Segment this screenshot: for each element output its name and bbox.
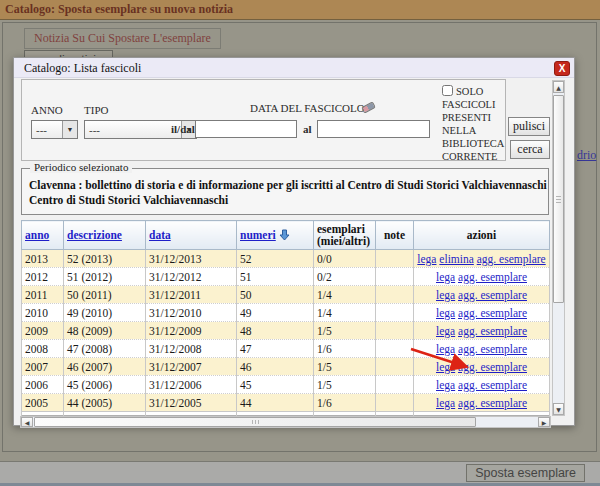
numeri-cell: 51 bbox=[237, 268, 314, 286]
fascicoli-table-header-row: annodescrizionedatanumeriesemplari (miei… bbox=[22, 221, 550, 250]
column-header-esemplari-miei-altri-: esemplari (miei/altri) bbox=[314, 221, 376, 250]
note-cell bbox=[376, 394, 414, 412]
esemplari-cell: 1/5 bbox=[314, 358, 376, 376]
numeri-cell: 45 bbox=[237, 376, 314, 394]
descrizione-cell: 49 (2010) bbox=[64, 304, 146, 322]
anno-select[interactable]: --- ▼ bbox=[31, 120, 78, 139]
scroll-down-icon[interactable]: ▼ bbox=[553, 403, 564, 415]
agg-esemplare-link[interactable]: agg. esemplare bbox=[458, 343, 527, 355]
azioni-cell: lega agg. esemplare bbox=[414, 322, 550, 340]
horizontal-scrollbar[interactable]: ◀ ▶ bbox=[20, 416, 551, 428]
sort-link-numeri[interactable]: numeri bbox=[240, 229, 276, 241]
esemplari-cell: 1/5 bbox=[314, 376, 376, 394]
solo-fascicoli-checkbox[interactable] bbox=[442, 85, 453, 96]
lista-fascicoli-dialog: Catalogo: Lista fascicoli X ANNO --- ▼ T… bbox=[13, 57, 575, 426]
numeri-cell: 50 bbox=[237, 286, 314, 304]
pulisci-button[interactable]: pulisci bbox=[508, 117, 550, 136]
dal-date-input[interactable] bbox=[195, 120, 297, 138]
data-cell: 31/12/2009 bbox=[146, 322, 237, 340]
column-header-label: azioni bbox=[467, 229, 496, 241]
numeri-cell: 46 bbox=[237, 358, 314, 376]
fascicoli-table: annodescrizionedatanumeriesemplari (miei… bbox=[21, 220, 550, 416]
esemplari-cell: 1/6 bbox=[314, 340, 376, 358]
data-cell: 31/12/2007 bbox=[146, 358, 237, 376]
sort-link-descrizione[interactable]: descrizione bbox=[67, 229, 122, 241]
sort-link-anno[interactable]: anno bbox=[25, 229, 49, 241]
agg-esemplare-link[interactable]: agg. esemplare bbox=[458, 379, 527, 391]
column-header-descrizione: descrizione bbox=[64, 221, 146, 250]
numeri-cell: 44 bbox=[237, 394, 314, 412]
descrizione-cell: 48 (2009) bbox=[64, 322, 146, 340]
lega-link[interactable]: lega bbox=[436, 379, 455, 391]
esemplari-cell: 0/2 bbox=[314, 268, 376, 286]
note-cell bbox=[376, 340, 414, 358]
table-row-2006: 200645 (2006)31/12/2006451/5lega agg. es… bbox=[22, 376, 550, 394]
data-fascicolo-label: DATA DEL FASCICOLO bbox=[250, 102, 365, 114]
elimina-link[interactable]: elimina bbox=[439, 253, 474, 265]
data-cell: 31/12/2008 bbox=[146, 340, 237, 358]
lega-link[interactable]: lega bbox=[436, 361, 455, 373]
table-row-2007: 200746 (2007)31/12/2007461/5lega agg. es… bbox=[22, 358, 550, 376]
lega-link[interactable]: lega bbox=[436, 307, 455, 319]
numeri-cell: 47 bbox=[237, 340, 314, 358]
sort-link-data[interactable]: data bbox=[149, 229, 171, 241]
solo-fascicoli-checkbox-label: SOLO FASCICOLI PRESENTI NELLA BIBLIOTECA… bbox=[442, 85, 508, 163]
note-cell bbox=[376, 376, 414, 394]
filter-box: ANNO --- ▼ TIPO --- ▼ DATA DEL FASCICOLO… bbox=[21, 79, 506, 161]
data-cell: 31/12/2011 bbox=[146, 286, 237, 304]
anno-cell: 2007 bbox=[22, 358, 64, 376]
agg-esemplare-link[interactable]: agg. esemplare bbox=[458, 325, 527, 337]
tipo-select-value: --- bbox=[85, 124, 181, 136]
agg-esemplare-link[interactable]: agg. esemplare bbox=[458, 361, 527, 373]
scroll-right-icon[interactable]: ▶ bbox=[538, 417, 550, 427]
agg-esemplare-link[interactable]: agg. esemplare bbox=[458, 397, 527, 409]
agg-esemplare-link[interactable]: agg. esemplare bbox=[458, 307, 527, 319]
agg-esemplare-link[interactable]: agg. esemplare bbox=[458, 271, 527, 283]
scroll-up-icon[interactable]: ▲ bbox=[553, 81, 564, 93]
anno-cell: 2010 bbox=[22, 304, 64, 322]
solo-fascicoli-text: SOLO FASCICOLI PRESENTI NELLA BIBLIOTECA… bbox=[442, 86, 504, 162]
azioni-cell: lega agg. esemplare bbox=[414, 286, 550, 304]
descrizione-cell: 44 (2005) bbox=[64, 394, 146, 412]
cerca-button[interactable]: cerca bbox=[510, 140, 550, 159]
data-cell: 31/12/2013 bbox=[146, 250, 237, 268]
note-cell bbox=[376, 304, 414, 322]
periodico-publisher: Centro di Studi Storici Valchiavennaschi bbox=[29, 193, 541, 208]
azioni-cell: lega elimina agg. esemplare bbox=[414, 250, 550, 268]
anno-cell: 2012 bbox=[22, 268, 64, 286]
lega-link[interactable]: lega bbox=[417, 253, 436, 265]
scroll-left-icon[interactable]: ◀ bbox=[21, 417, 33, 427]
note-cell bbox=[376, 358, 414, 376]
periodico-title: Clavenna : bollettino di storia e di inf… bbox=[29, 178, 541, 193]
table-row-2005: 200544 (2005)31/12/2005441/6lega agg. es… bbox=[22, 394, 550, 412]
lega-link[interactable]: lega bbox=[436, 397, 455, 409]
periodico-selezionato-fieldset: Periodico selezionato Clavenna : bollett… bbox=[21, 168, 549, 215]
lega-link[interactable]: lega bbox=[436, 325, 455, 337]
agg-esemplare-link[interactable]: agg. esemplare bbox=[458, 289, 527, 301]
anno-cell: 2009 bbox=[22, 322, 64, 340]
lega-link[interactable]: lega bbox=[436, 271, 455, 283]
azioni-cell: lega agg. esemplare bbox=[414, 376, 550, 394]
azioni-cell: lega agg. esemplare bbox=[414, 304, 550, 322]
table-row-2008: 200847 (2008)31/12/2008471/6lega agg. es… bbox=[22, 340, 550, 358]
numeri-cell: 49 bbox=[237, 304, 314, 322]
vertical-scrollbar[interactable]: ▲ ▼ bbox=[552, 80, 565, 416]
esemplari-cell: 0/0 bbox=[314, 250, 376, 268]
esemplari-cell: 1/5 bbox=[314, 322, 376, 340]
tipo-label: TIPO bbox=[84, 104, 108, 116]
descrizione-cell: 52 (2013) bbox=[64, 250, 146, 268]
vertical-scrollbar-thumb[interactable] bbox=[553, 95, 564, 303]
lega-link[interactable]: lega bbox=[436, 289, 455, 301]
al-date-input[interactable] bbox=[317, 120, 430, 138]
horizontal-scrollbar-thumb[interactable] bbox=[34, 417, 476, 427]
data-cell: 31/12/2006 bbox=[146, 376, 237, 394]
anno-cell: 2006 bbox=[22, 376, 64, 394]
close-icon[interactable]: X bbox=[554, 61, 570, 76]
agg-esemplare-link[interactable]: agg. esemplare bbox=[477, 253, 546, 265]
note-cell bbox=[376, 268, 414, 286]
note-cell bbox=[376, 322, 414, 340]
sort-desc-icon bbox=[279, 229, 290, 241]
azioni-cell: lega agg. esemplare bbox=[414, 358, 550, 376]
lega-link[interactable]: lega bbox=[436, 343, 455, 355]
data-cell: 31/12/2010 bbox=[146, 304, 237, 322]
